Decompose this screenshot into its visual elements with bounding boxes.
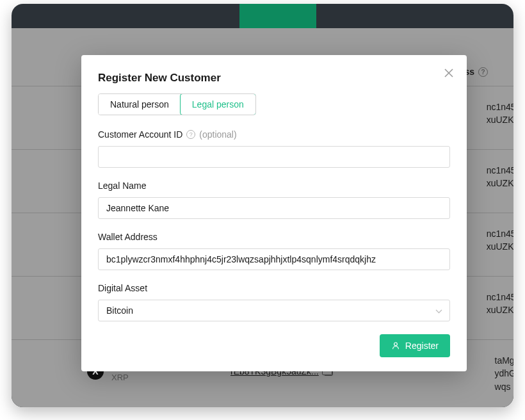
tab-legal-person[interactable]: Legal person bbox=[180, 93, 256, 115]
address-cell: nc1n45KRFkJV xuUZK366rSa bbox=[487, 101, 513, 127]
svg-point-2 bbox=[394, 343, 397, 346]
person-type-tabs: Natural person Legal person bbox=[98, 93, 256, 115]
address-cell: nc1n45KRFkJV xuUZK366rSa bbox=[487, 291, 513, 317]
address-cell: nc1n45KRFkJV xuUZK366rSa bbox=[487, 164, 513, 190]
label-text: Customer Account ID bbox=[98, 129, 182, 140]
modal-title: Register New Customer bbox=[98, 72, 450, 85]
top-accent-bar bbox=[239, 4, 316, 28]
label-text: Legal Name bbox=[98, 181, 147, 191]
address-cell: taMgkZxSRVnc1n45KRFkJV ydhGWqLxFsxuUZK36… bbox=[495, 354, 513, 393]
field-legal-name: Legal Name bbox=[98, 181, 450, 219]
close-icon bbox=[442, 67, 455, 79]
optional-text: (optional) bbox=[199, 129, 236, 140]
digital-asset-value[interactable] bbox=[98, 300, 450, 321]
help-icon: ? bbox=[478, 67, 488, 77]
register-button-label: Register bbox=[405, 341, 439, 351]
legal-name-input[interactable] bbox=[98, 197, 450, 219]
address-cell: nc1n45KRFkJV xuUZK366rSa bbox=[487, 227, 513, 254]
digital-asset-select[interactable] bbox=[98, 300, 450, 321]
field-account-id: Customer Account ID ? (optional) bbox=[98, 129, 450, 168]
help-icon[interactable]: ? bbox=[186, 130, 195, 139]
close-button[interactable] bbox=[442, 67, 455, 79]
asset-code: XRP bbox=[111, 373, 158, 382]
label-text: Wallet Address bbox=[98, 232, 158, 242]
field-label: Legal Name bbox=[98, 181, 450, 191]
field-digital-asset: Digital Asset bbox=[98, 283, 450, 321]
field-label: Wallet Address bbox=[98, 232, 450, 242]
modal-footer: Register bbox=[98, 334, 450, 357]
tab-natural-person[interactable]: Natural person bbox=[99, 94, 181, 115]
account-id-input[interactable] bbox=[98, 146, 450, 168]
field-wallet-address: Wallet Address bbox=[98, 232, 450, 270]
register-customer-modal: Register New Customer Natural person Leg… bbox=[81, 55, 467, 371]
app-frame: ss ? nc1n45KRFkJV xuUZK366rSa nc1n45KRFk… bbox=[12, 4, 513, 407]
wallet-address-input[interactable] bbox=[98, 248, 450, 270]
field-label: Customer Account ID ? (optional) bbox=[98, 129, 450, 140]
register-button[interactable]: Register bbox=[380, 334, 450, 357]
label-text: Digital Asset bbox=[98, 283, 147, 293]
user-icon bbox=[391, 341, 400, 350]
field-label: Digital Asset bbox=[98, 283, 450, 293]
column-header-ss: ss ? bbox=[464, 67, 488, 77]
